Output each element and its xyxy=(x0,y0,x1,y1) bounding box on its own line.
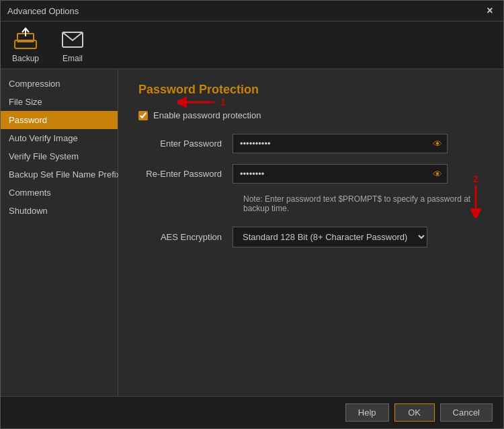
eye-icon-reenter[interactable]: 👁 xyxy=(433,169,442,180)
password-row: Enter Password 👁 xyxy=(138,134,483,153)
aes-label: AES Encryption xyxy=(138,232,233,242)
toolbar-email-label: Email xyxy=(62,54,83,63)
toolbar-email[interactable]: Email xyxy=(56,27,89,63)
sidebar-item-verify-fs[interactable]: Verify File System xyxy=(1,147,118,165)
email-icon xyxy=(60,27,85,51)
main-panel: 1 2 Password Protection Enable password xyxy=(118,69,503,396)
sidebar: Compression File Size Password Auto Veri… xyxy=(1,69,118,396)
password-input[interactable] xyxy=(233,134,448,153)
annotation-2: 2 xyxy=(468,173,483,218)
aes-row: AES Encryption Standard 128 Bit (8+ Char… xyxy=(138,227,483,247)
toolbar-backup[interactable]: Backup xyxy=(9,27,42,63)
sidebar-item-backup-prefix[interactable]: Backup Set File Name Prefix xyxy=(1,165,118,184)
reenter-label: Re-Enter Password xyxy=(138,169,233,179)
reenter-input-wrapper: 👁 xyxy=(233,164,448,184)
enable-password-checkbox[interactable] xyxy=(138,111,148,120)
annotation-2-label: 2 xyxy=(473,173,478,184)
title-bar: Advanced Options × xyxy=(1,1,503,22)
content-area: Compression File Size Password Auto Veri… xyxy=(1,69,503,396)
enable-password-label: Enable password protection xyxy=(153,110,261,120)
sidebar-item-password[interactable]: Password xyxy=(1,111,118,129)
aes-select[interactable]: Standard 128 Bit (8+ Character Password)… xyxy=(233,227,427,247)
close-button[interactable]: × xyxy=(483,5,497,17)
ok-button[interactable]: OK xyxy=(394,403,435,422)
annotation-1-label: 1 xyxy=(220,97,226,108)
reenter-password-row: Re-Enter Password 👁 xyxy=(138,164,483,184)
enable-password-row: Enable password protection xyxy=(138,110,483,120)
sidebar-item-compression[interactable]: Compression xyxy=(1,75,118,93)
password-input-wrapper: 👁 xyxy=(233,134,448,153)
toolbar-backup-label: Backup xyxy=(12,54,39,63)
toolbar: Backup Email xyxy=(1,22,503,69)
sidebar-item-comments[interactable]: Comments xyxy=(1,184,118,202)
sidebar-item-file-size[interactable]: File Size xyxy=(1,93,118,111)
advanced-options-dialog: Advanced Options × Backup xyxy=(0,0,504,429)
note-text: Note: Enter password text $PROMPT$ to sp… xyxy=(243,194,483,213)
cancel-button[interactable]: Cancel xyxy=(440,403,493,422)
help-button[interactable]: Help xyxy=(345,403,389,422)
annotation-1: 1 xyxy=(177,95,226,110)
sidebar-item-shutdown[interactable]: Shutdown xyxy=(1,202,118,220)
backup-icon xyxy=(13,27,38,51)
password-label: Enter Password xyxy=(138,139,233,149)
sidebar-item-auto-verify[interactable]: Auto Verify Image xyxy=(1,129,118,147)
dialog-title: Advanced Options xyxy=(7,6,79,16)
reenter-input[interactable] xyxy=(233,164,448,184)
eye-icon-password[interactable]: 👁 xyxy=(433,139,442,149)
footer: Help OK Cancel xyxy=(1,396,503,428)
